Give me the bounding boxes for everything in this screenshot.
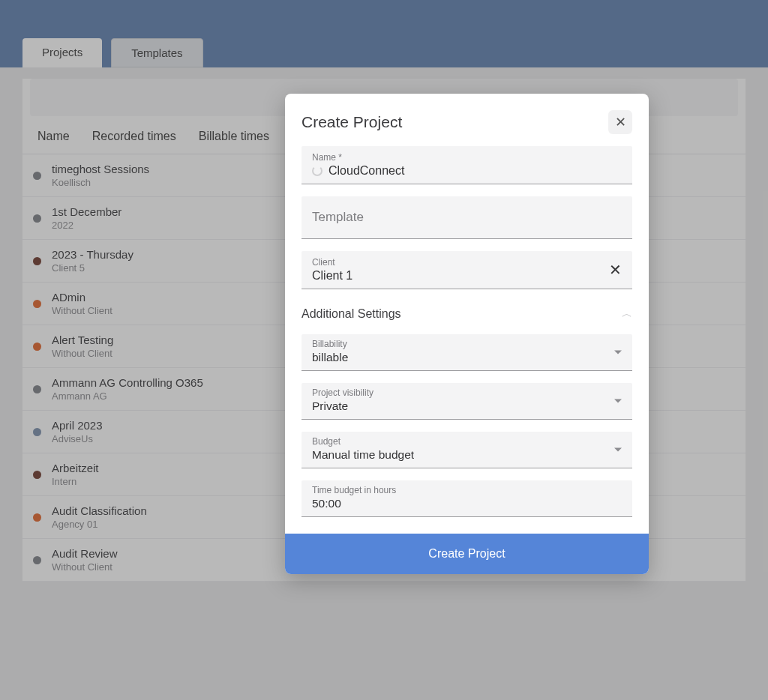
template-placeholder: Template (312, 210, 364, 224)
clear-client-button[interactable]: ✕ (609, 261, 622, 279)
budget-value: Manual time budget (312, 447, 622, 462)
visibility-value: Private (312, 398, 622, 413)
name-label: Name * (312, 152, 622, 163)
template-field[interactable]: Template (302, 196, 632, 239)
visibility-label: Project visibility (312, 387, 622, 398)
modal-title: Create Project (302, 113, 402, 131)
name-value: CloudConnect (328, 164, 404, 178)
loading-spinner-icon (312, 166, 322, 176)
additional-settings-toggle[interactable]: Additional Settings ︿ (302, 301, 632, 322)
additional-settings-label: Additional Settings (302, 307, 401, 321)
name-field[interactable]: Name * CloudConnect (302, 146, 632, 184)
modal-body: Name * CloudConnect Template Client Clie… (285, 142, 649, 534)
create-project-modal: Create Project ✕ Name * CloudConnect Tem… (285, 94, 649, 574)
modal-header: Create Project ✕ (285, 94, 649, 142)
create-project-button[interactable]: Create Project (285, 534, 649, 574)
time-budget-label: Time budget in hours (312, 485, 622, 495)
chevron-up-icon: ︿ (622, 307, 632, 321)
client-field[interactable]: Client Client 1 ✕ (302, 251, 632, 289)
billability-select[interactable]: Billability billable (302, 334, 632, 371)
chevron-down-icon (614, 399, 622, 403)
client-label: Client (312, 257, 622, 268)
chevron-down-icon (614, 351, 622, 354)
visibility-select[interactable]: Project visibility Private (302, 383, 632, 420)
close-icon: ✕ (615, 114, 626, 130)
time-budget-value: 50:00 (312, 495, 622, 510)
close-button[interactable]: ✕ (608, 110, 632, 134)
budget-label: Budget (312, 436, 622, 447)
close-icon: ✕ (609, 262, 622, 278)
time-budget-field[interactable]: Time budget in hours 50:00 (302, 480, 632, 517)
client-value: Client 1 (312, 269, 352, 283)
budget-select[interactable]: Budget Manual time budget (302, 432, 632, 468)
chevron-down-icon (614, 448, 622, 452)
billability-value: billable (312, 349, 622, 364)
billability-label: Billability (312, 339, 622, 349)
